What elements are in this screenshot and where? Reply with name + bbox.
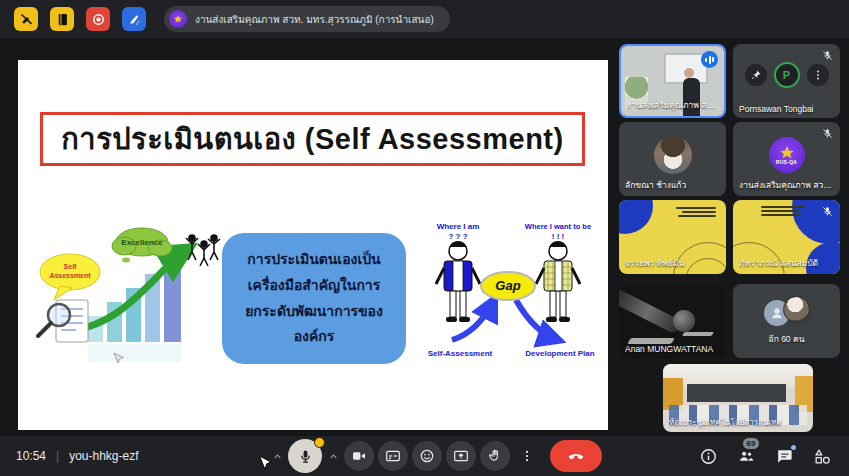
growth-chart-graphic: Excellence Self Assessment [26,208,222,376]
star-icon [779,145,795,159]
person-photo-avatar [783,296,810,323]
info-icon [699,447,718,466]
pen-slash-icon [19,12,34,27]
mic-icon [297,448,314,465]
participant-tile-rusqa[interactable]: RUS-QA งานส่งเสริมคุณภาพ สวท. มทร.สุวรรณ… [733,122,840,196]
pin-icon [750,69,762,81]
call-controls [270,436,602,476]
shared-screen-slide: การประเมินตนเอง (Self Assessment) Excell… [18,60,608,430]
pin-button[interactable] [745,64,767,86]
participant-name: ลักขณา ช้างแก้ว [625,178,720,192]
participant-name: งานส่งเสริมคุณภาพ สวท. มทร.สุวรรณภูมิ [627,98,718,112]
meeting-details-button[interactable] [697,445,719,467]
magnifier-document [38,300,88,342]
gap-label: Gap [495,278,520,293]
people-icon [737,447,756,466]
mic-button[interactable] [288,439,322,473]
mic-off-icon [821,205,834,218]
person-goal [536,241,580,322]
participant-count-badge: 69 [743,438,759,449]
meeting-title: งานส่งเสริมคุณภาพ สวท. มทร.สุวรรณภูมิ (ก… [195,12,434,27]
message-line-4: องค์กร [294,324,335,350]
where-i-am-label: Where I am [437,222,480,231]
mic-options-button[interactable] [270,441,284,471]
self-bubble-line1: Self [64,263,78,270]
end-call-button[interactable] [550,440,602,472]
record-icon [91,12,106,27]
chat-icon [775,447,794,466]
more-participants-tile[interactable]: อีก 60 คน [733,284,840,358]
present-icon [453,448,469,464]
participant-avatar-letter: P [774,62,800,88]
camera-icon [351,448,367,464]
book-icon [55,12,70,27]
stick-figures [186,235,220,266]
slide-cursor [113,352,124,366]
participants-button[interactable]: 69 [735,445,757,467]
mic-notification-badge [314,437,325,448]
person-current [436,241,480,322]
chevron-up-icon [328,451,339,462]
meeting-code: you-hhkg-ezf [69,449,138,463]
rusqa-avatar: RUS-QA [769,137,805,173]
more-vertical-icon [520,449,534,463]
participant-tile-lakkhana[interactable]: ลักขณา ช้างแก้ว [619,122,726,196]
more-participants-count: อีก 60 คน [733,332,840,346]
chevron-up-icon [272,451,283,462]
meeting-meta: 10:54 | you-hhkg-ezf [16,436,139,476]
participant-tile-share-right[interactable]: ภัทราภรณ์ แสนสมบัติ [733,200,840,274]
mic-off-icon [821,49,834,62]
message-line-2: เครื่องมือสำคัญในการ [248,273,381,299]
camera-button[interactable] [344,441,374,471]
message-line-3: ยกระดับพัฒนาการของ [245,299,383,325]
rusqa-avatar-label: RUS-QA [776,159,798,165]
brush-icon [127,12,142,27]
draw-app-button[interactable] [122,7,146,31]
participant-name: จรรยพร ทิพย์มั่น [625,256,720,270]
tile-more-options-button[interactable] [807,64,829,86]
microphone-video [619,286,682,335]
end-call-icon [566,446,586,466]
participant-photo-avatar [654,136,692,174]
more-options-button[interactable] [514,441,540,471]
meeting-panels: 69 [697,436,833,476]
tile-hover-controls: P [745,62,829,88]
meeting-title-pill[interactable]: งานส่งเสริมคุณภาพ สวท. มทร.สุวรรณภูมิ (ก… [164,6,450,32]
bottom-bar: 10:54 | you-hhkg-ezf [0,436,849,476]
captions-button[interactable] [378,441,408,471]
raise-hand-button[interactable] [480,441,510,471]
development-plan-label: Development Plan [525,349,594,358]
participant-tile-share-left[interactable]: จรรยพร ทิพย์มั่น [619,200,726,274]
gap-analysis-graphic: Where I am ? ? ? Where I want to be ! ! … [420,218,602,366]
captions-icon [385,448,401,464]
hand-icon [487,448,503,464]
key-message-box: การประเมินตนเองเป็น เครื่องมือสำคัญในการ… [222,233,406,364]
annotate-off-app-button[interactable] [14,7,38,31]
self-assessment-label: Self-Assessment [428,349,493,358]
star-icon [173,14,183,24]
more-vertical-icon [812,69,824,81]
self-bubble-line2: Assessment [49,272,91,279]
meta-divider: | [56,449,59,463]
where-i-want-label: Where I want to be [525,222,591,231]
participant-name: Anan MUNGWATTANA [625,344,720,354]
mouse-cursor [258,455,272,473]
camera-options-button[interactable] [326,441,340,471]
top-bar: งานส่งเสริมคุณภาพ สวท. มทร.สุวรรณภูมิ (ก… [0,0,849,38]
classroom-self-view-tile[interactable]: ห้องประชุมเทคโนโลยีสารสนเทศ [663,364,813,432]
record-app-button[interactable] [86,7,110,31]
speaking-indicator-icon [701,51,718,68]
message-line-1: การประเมินตนเองเป็น [247,247,380,273]
participant-tile-pornsawan[interactable]: P Pornsawan Tongbai [733,44,840,118]
mic-off-icon [821,127,834,140]
present-screen-button[interactable] [446,441,476,471]
participant-name: ภัทราภรณ์ แสนสมบัติ [739,256,834,270]
reactions-button[interactable] [412,441,442,471]
clock-time: 10:54 [16,449,46,463]
activities-button[interactable] [811,445,833,467]
participant-tile-anan[interactable]: Anan MUNGWATTANA [619,284,726,358]
notebook-app-button[interactable] [50,7,74,31]
participant-tile-presenter[interactable]: งานส่งเสริมคุณภาพ สวท. มทร.สุวรรณภูมิ [619,44,726,118]
chat-button[interactable] [773,445,795,467]
slide-title: การประเมินตนเอง (Self Assessment) [40,112,585,166]
